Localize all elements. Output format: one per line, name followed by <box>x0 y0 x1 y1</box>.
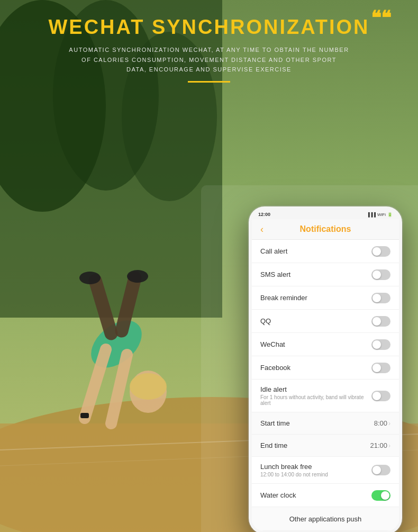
start-time-row[interactable]: Start time 8:00 › <box>252 412 399 435</box>
chevron-icon: › <box>388 420 390 427</box>
end-time-row[interactable]: End time 21:00 › <box>252 435 399 457</box>
phone-mockup: 12:00 ▐▐▐ WiFi 🔋 ‹ Notifications <box>249 206 402 532</box>
setting-label: Break reminder <box>260 294 307 302</box>
subtitle-line3: DATA, ENCOURAGE AND SUPERVISE EXERCISE <box>0 65 418 75</box>
setting-label: WeChat <box>260 340 285 348</box>
status-bar: 12:00 ▐▐▐ WiFi 🔋 <box>252 210 399 219</box>
setting-row: Break reminder <box>252 286 399 310</box>
idle-alert-sublabel: For 1 hours without activity, band will … <box>260 394 367 406</box>
subtitle: AUTOMATIC SYNCHRONIZATION WECHAT, AT ANY… <box>0 45 418 75</box>
sms-alert-toggle[interactable] <box>371 269 390 280</box>
signal-icon: ▐▐▐ <box>367 212 376 217</box>
end-time-value: 21:00 › <box>370 441 390 449</box>
idle-alert-label: Idle alert <box>260 385 367 393</box>
setting-row: SMS alert <box>252 263 399 286</box>
subtitle-line2: OF CALORIES CONSUMPTION, MOVEMENT DISTAN… <box>0 55 418 65</box>
lunch-break-label: Lunch break free <box>260 463 367 471</box>
break-reminder-toggle[interactable] <box>371 293 390 303</box>
start-time-label: Start time <box>260 419 290 427</box>
setting-label: SMS alert <box>260 270 290 278</box>
other-apps-row[interactable]: Other applications push <box>252 507 399 531</box>
back-button[interactable]: ‹ <box>260 224 263 235</box>
status-time: 12:00 <box>258 212 270 217</box>
gold-divider <box>188 81 230 83</box>
setting-row: WeChat <box>252 333 399 356</box>
subtitle-line1: AUTOMATIC SYNCHRONIZATION WECHAT, AT ANY… <box>0 45 418 55</box>
chevron-icon: › <box>388 442 390 449</box>
facebook-toggle[interactable] <box>371 363 390 373</box>
lunch-break-row: Lunch break free 12:00 to 14:00 do not r… <box>252 457 399 484</box>
main-content: WECHAT SYNCHRONIZATION ❝❝ AUTOMATIC SYNC… <box>0 0 418 532</box>
app-header: ‹ Notifications <box>252 219 399 240</box>
setting-row: Call alert <box>252 240 399 263</box>
water-clock-toggle[interactable] <box>371 490 390 501</box>
header-section: WECHAT SYNCHRONIZATION ❝❝ AUTOMATIC SYNC… <box>0 0 418 93</box>
title-quotes: ❝❝ <box>371 11 391 26</box>
setting-row: QQ <box>252 310 399 333</box>
end-time-label: End time <box>260 441 287 449</box>
start-time-value: 8:00 › <box>374 419 390 427</box>
phone-frame: 12:00 ▐▐▐ WiFi 🔋 ‹ Notifications <box>249 206 402 532</box>
setting-label: Facebook <box>260 364 290 372</box>
main-title: WECHAT SYNCHRONIZATION <box>48 16 369 39</box>
settings-list: Call alert SMS alert Break reminder <box>252 240 399 531</box>
phone-screen: 12:00 ▐▐▐ WiFi 🔋 ‹ Notifications <box>252 210 399 531</box>
wechat-toggle[interactable] <box>371 339 390 350</box>
wifi-icon: WiFi <box>377 212 386 217</box>
water-clock-row: Water clock <box>252 484 399 507</box>
idle-alert-row: Idle alert For 1 hours without activity,… <box>252 380 399 412</box>
water-clock-label: Water clock <box>260 491 296 499</box>
app-title: Notifications <box>300 224 351 234</box>
lunch-break-toggle[interactable] <box>371 465 390 475</box>
setting-label: Call alert <box>260 247 287 255</box>
call-alert-toggle[interactable] <box>371 246 390 257</box>
lunch-break-sublabel: 12:00 to 14:00 do not remind <box>260 472 367 477</box>
other-apps-label: Other applications push <box>289 515 362 523</box>
idle-alert-toggle[interactable] <box>371 391 390 401</box>
setting-label: QQ <box>260 317 271 325</box>
qq-toggle[interactable] <box>371 316 390 327</box>
battery-icon: 🔋 <box>387 212 393 217</box>
setting-row: Facebook <box>252 356 399 380</box>
status-icons: ▐▐▐ WiFi 🔋 <box>367 212 393 217</box>
